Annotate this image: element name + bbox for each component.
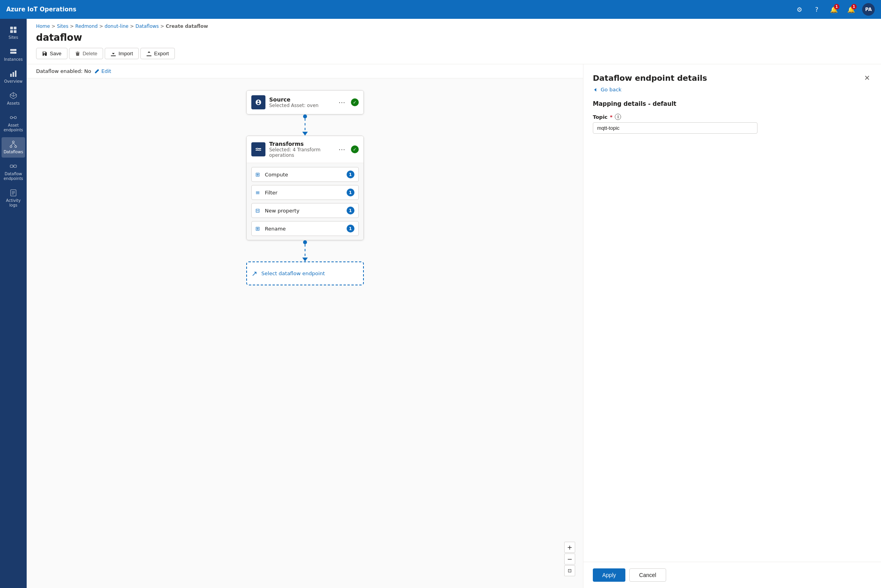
- connector-1: [302, 114, 308, 136]
- topic-info-icon[interactable]: i: [615, 114, 621, 120]
- dataflow-bar: Dataflow enabled: No Edit: [27, 64, 583, 78]
- transforms-subtitle: Selected: 4 Transform operations: [269, 147, 333, 158]
- panel-close-button[interactable]: ✕: [863, 72, 872, 83]
- filter-label: Filter: [265, 190, 343, 196]
- reset-view-button[interactable]: ⊡: [564, 565, 575, 576]
- compute-label: Compute: [265, 172, 343, 178]
- content-area: Home > Sites > Redmond > donut-line > Da…: [27, 19, 881, 588]
- import-button[interactable]: Import: [105, 48, 139, 59]
- overview-icon: [9, 70, 17, 78]
- rename-badge: 1: [347, 225, 354, 232]
- new-property-badge: 1: [347, 207, 354, 214]
- svg-rect-0: [10, 27, 13, 29]
- help-icon[interactable]: ?: [810, 3, 823, 16]
- compute-badge: 1: [347, 171, 354, 178]
- breadcrumb-home[interactable]: Home: [36, 24, 50, 29]
- breadcrumb-current: Create dataflow: [166, 24, 208, 29]
- endpoint-icon: ↗: [252, 269, 258, 278]
- settings-icon[interactable]: ⚙: [793, 3, 806, 16]
- svg-point-16: [15, 146, 17, 148]
- source-more-button[interactable]: ···: [337, 97, 347, 108]
- grid-icon: [9, 26, 17, 34]
- dataflow-enabled-label: Dataflow enabled: No: [36, 68, 91, 74]
- panel-section-title: Mapping details - default: [583, 97, 881, 114]
- source-node[interactable]: Source Selected Asset: oven ··· ✓: [246, 90, 364, 114]
- sidebar-item-assets[interactable]: Assets: [2, 89, 25, 109]
- sidebar-item-activity-logs[interactable]: Activity logs: [2, 186, 25, 211]
- panel-title: Dataflow endpoint details: [593, 73, 707, 83]
- svg-line-18: [13, 143, 16, 146]
- save-button[interactable]: Save: [36, 48, 67, 59]
- sidebar-item-asset-endpoints[interactable]: Asset endpoints: [2, 111, 25, 136]
- alerts-icon[interactable]: 🔔 1: [845, 3, 857, 16]
- breadcrumb-sites[interactable]: Sites: [57, 24, 68, 29]
- canvas-container: Dataflow enabled: No Edit: [27, 64, 881, 588]
- svg-rect-8: [10, 74, 12, 77]
- transforms-more-button[interactable]: ···: [337, 144, 347, 155]
- topnav: Azure IoT Operations ⚙ ? 🔔 1 🔔 1 PA: [0, 0, 881, 19]
- transforms-info: Transforms Selected: 4 Transform operati…: [269, 141, 333, 158]
- svg-point-12: [14, 116, 16, 119]
- dataflow-endpoints-icon: [9, 162, 17, 170]
- sidebar-item-overview[interactable]: Overview: [2, 67, 25, 87]
- transform-rename[interactable]: ⊞ Rename 1: [251, 221, 359, 236]
- go-back-button[interactable]: Go back: [583, 87, 881, 97]
- transform-new-property[interactable]: ⊟ New property 1: [251, 203, 359, 218]
- source-title: Source: [269, 96, 333, 103]
- flow-canvas[interactable]: Source Selected Asset: oven ··· ✓: [27, 78, 583, 588]
- transforms-icon: [251, 142, 265, 156]
- svg-point-11: [10, 116, 13, 119]
- topic-input[interactable]: [593, 122, 757, 134]
- svg-rect-2: [10, 30, 13, 33]
- required-star: *: [610, 114, 613, 120]
- panel-header: Dataflow endpoint details ✕: [583, 64, 881, 87]
- sidebar-item-dataflows[interactable]: Dataflows: [2, 137, 25, 158]
- sidebar-item-sites[interactable]: Sites: [2, 23, 25, 43]
- cancel-button[interactable]: Cancel: [629, 568, 666, 582]
- apply-button[interactable]: Apply: [593, 568, 625, 582]
- svg-line-17: [11, 143, 13, 146]
- filter-badge: 1: [347, 189, 354, 196]
- endpoint-label: Select dataflow endpoint: [262, 270, 325, 276]
- breadcrumb-donut-line[interactable]: donut-line: [105, 24, 129, 29]
- delete-button[interactable]: Delete: [69, 48, 104, 59]
- svg-rect-19: [10, 165, 13, 167]
- endpoint-node[interactable]: ↗ Select dataflow endpoint: [246, 261, 364, 285]
- panel-footer: Apply Cancel: [583, 562, 881, 588]
- breadcrumb: Home > Sites > Redmond > donut-line > Da…: [27, 19, 881, 29]
- delete-icon: [75, 51, 80, 56]
- breadcrumb-dataflows[interactable]: Dataflows: [135, 24, 159, 29]
- new-property-icon: ⊟: [256, 207, 262, 214]
- back-arrow-icon: [593, 87, 598, 93]
- zoom-out-button[interactable]: −: [564, 554, 575, 564]
- toolbar: Save Delete Import Export: [27, 43, 881, 64]
- edit-icon: [94, 69, 100, 74]
- sidebar: Sites Instances Overview Assets: [0, 19, 27, 588]
- notifications-icon[interactable]: 🔔 1: [828, 3, 840, 16]
- sidebar-instances-label: Instances: [4, 57, 23, 62]
- avatar[interactable]: PA: [862, 3, 875, 16]
- source-subtitle: Selected Asset: oven: [269, 103, 333, 108]
- zoom-in-button[interactable]: +: [564, 542, 575, 553]
- transform-children: ⊞ Compute 1 ≡ Filter 1 ⊟: [247, 163, 363, 240]
- svg-rect-9: [13, 72, 14, 77]
- sidebar-item-dataflow-endpoints[interactable]: Dataflow endpoints: [2, 159, 25, 184]
- source-check: ✓: [351, 98, 359, 106]
- canvas-controls: + − ⊡: [564, 542, 575, 576]
- page-title: dataflow: [36, 32, 872, 43]
- sidebar-activity-logs-label: Activity logs: [3, 198, 24, 208]
- transforms-node[interactable]: Transforms Selected: 4 Transform operati…: [246, 136, 364, 240]
- svg-point-7: [15, 52, 16, 53]
- breadcrumb-redmond[interactable]: Redmond: [75, 24, 98, 29]
- page-header: dataflow: [27, 29, 881, 43]
- export-button[interactable]: Export: [140, 48, 175, 59]
- asset-endpoints-icon: [9, 114, 17, 122]
- edit-link[interactable]: Edit: [94, 68, 111, 74]
- notifications-badge: 1: [834, 4, 839, 9]
- sidebar-item-instances[interactable]: Instances: [2, 45, 25, 65]
- new-property-label: New property: [265, 208, 343, 214]
- transform-compute[interactable]: ⊞ Compute 1: [251, 167, 359, 182]
- source-icon: [251, 95, 265, 109]
- transform-filter[interactable]: ≡ Filter 1: [251, 185, 359, 200]
- svg-point-28: [256, 148, 258, 149]
